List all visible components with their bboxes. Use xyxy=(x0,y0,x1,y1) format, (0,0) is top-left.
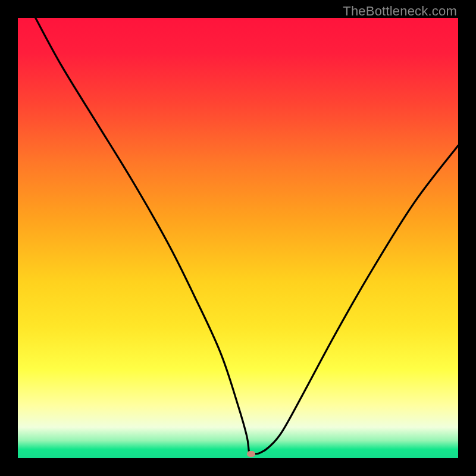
plot-area xyxy=(18,18,458,458)
optimal-point-marker xyxy=(247,451,255,457)
bottleneck-curve xyxy=(18,18,458,458)
chart-container: TheBottleneck.com xyxy=(0,0,476,476)
watermark-text: TheBottleneck.com xyxy=(343,4,457,19)
